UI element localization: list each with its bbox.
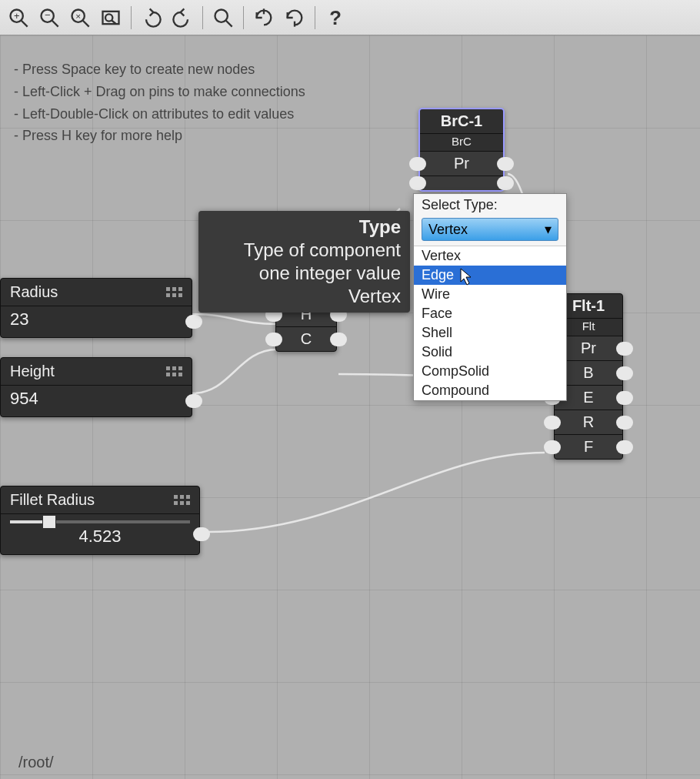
dropdown-option-compound[interactable]: Compound	[414, 381, 566, 400]
slider-thumb[interactable]	[42, 515, 56, 529]
radius-node[interactable]: Radius 23	[0, 278, 192, 338]
dropdown-selected: Vertex	[428, 222, 468, 238]
dropdown-select[interactable]: Vertex ▾	[422, 218, 558, 241]
output-pin[interactable]	[616, 366, 633, 380]
brc-subtitle: BrC	[420, 134, 503, 152]
slider-fill	[10, 520, 46, 523]
zoom-reset-icon[interactable]: ×	[66, 4, 94, 32]
fillet-value[interactable]: 4.523	[10, 527, 190, 547]
drag-grip-icon[interactable]	[166, 287, 182, 297]
help-line: Press H key for more help	[14, 125, 305, 147]
port-c[interactable]: C	[276, 327, 336, 351]
input-pin[interactable]	[544, 440, 561, 454]
dropdown-option-wire[interactable]: Wire	[414, 285, 566, 304]
tooltip-line: Vertex	[208, 285, 401, 308]
toolbar-separator	[315, 6, 315, 29]
svg-point-12	[215, 9, 228, 22]
input-pin[interactable]	[409, 157, 426, 171]
drag-grip-icon[interactable]	[166, 366, 182, 376]
drag-grip-icon[interactable]	[174, 495, 190, 505]
svg-line-7	[83, 20, 89, 26]
height-node[interactable]: Height 954	[0, 357, 192, 417]
help-line: Press Space key to create new nodes	[14, 59, 305, 81]
tooltip-line: Type of component	[208, 239, 401, 262]
output-pin[interactable]	[185, 315, 202, 329]
slider-track[interactable]	[10, 520, 190, 523]
redo-icon[interactable]	[168, 4, 196, 32]
port-extra[interactable]	[420, 176, 503, 190]
tooltip-line: one integer value	[208, 262, 401, 285]
input-pin[interactable]	[409, 176, 426, 190]
help-line: Left-Double-Click on attributes to edit …	[14, 103, 305, 125]
svg-line-4	[52, 20, 58, 26]
toolbar: + − × ?	[0, 0, 700, 35]
svg-line-13	[226, 20, 232, 26]
toolbar-separator	[243, 6, 244, 29]
node-canvas[interactable]: Press Space key to create new nodes Left…	[0, 35, 700, 779]
refresh-down-icon[interactable]	[281, 4, 308, 32]
zoom-out-icon[interactable]: −	[35, 4, 63, 32]
svg-text:+: +	[14, 10, 20, 22]
output-pin[interactable]	[616, 440, 633, 454]
select-type-popup[interactable]: Select Type: Vertex ▾ Vertex Edge Wire F…	[413, 193, 567, 401]
fillet-label: Fillet Radius	[10, 491, 95, 509]
port-r[interactable]: R	[555, 410, 622, 435]
dropdown-option-edge[interactable]: Edge	[414, 266, 566, 285]
port-tooltip: Type Type of component one integer value…	[198, 211, 410, 313]
zoom-fit-icon[interactable]	[97, 4, 125, 32]
toolbar-separator	[202, 6, 203, 29]
recenter-icon[interactable]	[209, 4, 237, 32]
help-icon[interactable]: ?	[322, 4, 349, 32]
output-pin[interactable]	[616, 391, 633, 405]
dropdown-option-vertex[interactable]: Vertex	[414, 246, 566, 266]
undo-icon[interactable]	[138, 4, 165, 32]
dropdown-option-face[interactable]: Face	[414, 304, 566, 323]
svg-line-1	[22, 20, 28, 26]
dropdown-label: Select Type:	[414, 194, 566, 215]
output-pin[interactable]	[193, 527, 210, 541]
svg-text:×: ×	[75, 11, 81, 21]
output-pin[interactable]	[497, 157, 514, 171]
radius-label: Radius	[10, 283, 58, 301]
brc-title: BrC-1	[420, 109, 503, 134]
cursor-icon	[460, 268, 474, 286]
output-pin[interactable]	[616, 342, 633, 356]
fillet-radius-node[interactable]: Fillet Radius 4.523	[0, 486, 200, 555]
svg-point-10	[105, 14, 112, 21]
height-label: Height	[10, 363, 55, 380]
help-line: Left-Click + Drag on pins to make connec…	[14, 81, 305, 103]
svg-text:−: −	[45, 9, 51, 21]
help-text: Press Space key to create new nodes Left…	[14, 59, 305, 147]
zoom-in-icon[interactable]: +	[5, 4, 32, 32]
brc-node[interactable]: BrC-1 BrC Pr	[419, 109, 504, 191]
dropdown-option-solid[interactable]: Solid	[414, 343, 566, 362]
port-f[interactable]: F	[555, 435, 622, 459]
input-pin[interactable]	[544, 416, 561, 430]
chevron-down-icon: ▾	[545, 221, 552, 238]
output-pin[interactable]	[497, 176, 514, 190]
dropdown-option-shell[interactable]: Shell	[414, 323, 566, 343]
input-pin[interactable]	[265, 333, 282, 346]
radius-value[interactable]: 23	[10, 309, 182, 329]
breadcrumb: /root/	[18, 754, 54, 771]
dropdown-option-compsolid[interactable]: CompSolid	[414, 362, 566, 381]
toolbar-separator	[131, 6, 132, 29]
output-pin[interactable]	[330, 333, 347, 346]
output-pin[interactable]	[185, 394, 202, 408]
svg-text:?: ?	[329, 7, 342, 28]
tooltip-title: Type	[208, 216, 401, 239]
refresh-up-icon[interactable]	[250, 4, 278, 32]
output-pin[interactable]	[616, 416, 633, 430]
port-pr[interactable]: Pr	[420, 152, 503, 176]
height-value[interactable]: 954	[10, 389, 182, 409]
dropdown-list: Vertex Edge Wire Face Shell Solid CompSo…	[414, 246, 566, 400]
